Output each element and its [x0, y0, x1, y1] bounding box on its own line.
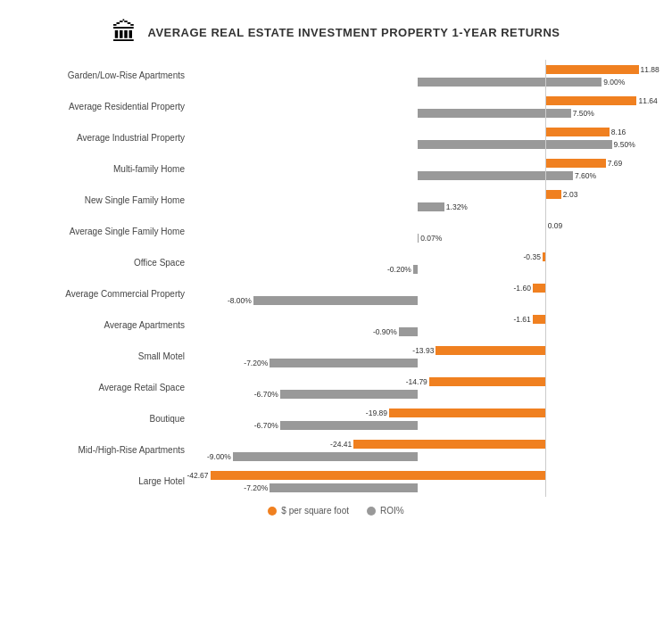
labels-column: Garden/Low-Rise ApartmentsAverage Reside…: [9, 60, 192, 497]
chart-row: 11.647.50%: [192, 91, 663, 122]
bar-gray: [233, 452, 418, 461]
bar-gray: [413, 265, 418, 274]
legend-gray-label: ROI%: [380, 506, 404, 516]
legend-gray-dot: [367, 507, 376, 516]
bar-orange-label: -1.61: [513, 315, 532, 324]
bar-gray: [418, 171, 573, 180]
bar-gray-label: 9.50%: [612, 140, 635, 149]
bar-gray: [418, 202, 444, 211]
legend-gray: ROI%: [367, 506, 404, 516]
chart-container: 🏛 AVERAGE REAL ESTATE INVESTMENT PROPERT…: [0, 0, 672, 551]
chart-header: 🏛 AVERAGE REAL ESTATE INVESTMENT PROPERT…: [9, 9, 663, 60]
chart-title: AVERAGE REAL ESTATE INVESTMENT PROPERTY …: [147, 26, 560, 39]
row-label: Boutique: [9, 403, 192, 434]
chart-body: Garden/Low-Rise ApartmentsAverage Reside…: [9, 60, 663, 497]
bar-gray: [418, 109, 571, 118]
row-label: New Single Family Home: [9, 185, 192, 216]
chart-row: -13.93-7.20%: [192, 341, 663, 372]
bar-orange: [353, 440, 545, 449]
bar-orange: [545, 65, 639, 74]
row-label: Mid-/High-Rise Apartments: [9, 434, 192, 466]
bar-orange-label: 7.69: [606, 159, 623, 168]
bar-gray-label: 7.60%: [573, 171, 596, 180]
row-label: Average Apartments: [9, 310, 192, 341]
bar-orange-label: -24.41: [330, 440, 353, 449]
row-label: Multi-family Home: [9, 153, 192, 185]
row-label: Average Commercial Property: [9, 278, 192, 310]
bar-orange-label: -1.60: [514, 284, 533, 293]
bar-gray: [280, 390, 418, 399]
chart-row: -14.79-6.70%: [192, 372, 663, 403]
bar-orange-label: 8.16: [610, 128, 626, 136]
bar-orange-label: 11.88: [639, 65, 660, 74]
chart-row: 0.090.07%: [192, 216, 663, 247]
chart-row: 7.697.60%: [192, 153, 663, 185]
bar-orange-label: -14.79: [406, 377, 429, 386]
chart-row: -24.41-9.00%: [192, 434, 663, 466]
bar-gray-label: -6.70%: [254, 390, 280, 399]
bar-gray: [270, 483, 417, 492]
bar-orange: [389, 409, 545, 417]
bar-orange-label: 11.64: [636, 96, 657, 105]
legend-orange-label: $ per square foot: [281, 506, 349, 516]
bar-orange: [545, 128, 610, 136]
bar-gray-label: 7.50%: [571, 109, 594, 118]
row-label: Large Hotel: [9, 466, 192, 497]
bar-orange-label: 0.09: [546, 221, 563, 230]
chart-row: 11.889.00%: [192, 60, 663, 91]
legend-orange: $ per square foot: [268, 506, 349, 516]
bar-gray-label: -8.00%: [228, 296, 253, 305]
bar-orange: [436, 346, 545, 355]
chart-row: 2.031.32%: [192, 185, 663, 216]
bar-gray: [418, 78, 602, 87]
bar-gray-label: 0.07%: [419, 234, 442, 243]
bars-column: 11.889.00%11.647.50%8.169.50%7.697.60%2.…: [192, 60, 663, 497]
bar-gray-label: -7.20%: [244, 483, 270, 492]
bar-gray: [399, 327, 418, 336]
bar-gray: [270, 359, 417, 367]
chart-row: -42.67-7.20%: [192, 466, 663, 497]
building-icon: 🏛: [112, 18, 137, 47]
bar-gray-label: -7.20%: [244, 359, 270, 367]
bar-gray-label: -0.20%: [387, 265, 413, 274]
bar-gray: [418, 140, 612, 149]
chart-row: -1.61-0.90%: [192, 310, 663, 341]
bar-orange: [545, 159, 606, 168]
bar-gray-label: 9.00%: [601, 78, 625, 87]
bar-orange: [545, 190, 561, 199]
row-label: Average Retail Space: [9, 372, 192, 403]
bar-gray: [280, 421, 418, 430]
bar-gray-label: 1.32%: [444, 202, 468, 211]
bar-gray: [253, 296, 418, 305]
bar-orange-label: -13.93: [412, 346, 436, 355]
bar-orange-label: -42.67: [187, 471, 210, 480]
bar-gray-label: -0.90%: [373, 327, 399, 336]
chart-row: -0.35-0.20%: [192, 247, 663, 278]
bar-orange-label: -0.35: [524, 252, 543, 261]
row-label: Average Single Family Home: [9, 216, 192, 247]
legend-orange-dot: [268, 507, 277, 516]
row-label: Small Motel: [9, 341, 192, 372]
bar-orange: [545, 96, 636, 105]
bar-orange: [533, 284, 545, 293]
row-label: Garden/Low-Rise Apartments: [9, 60, 192, 91]
row-label: Average Residential Property: [9, 91, 192, 122]
chart-legend: $ per square foot ROI%: [9, 506, 663, 516]
bar-orange: [429, 377, 545, 386]
bar-orange: [543, 252, 545, 261]
bar-orange-label: 2.03: [561, 190, 578, 199]
bar-orange: [533, 315, 545, 324]
bar-orange: [211, 471, 545, 480]
bar-gray-label: -6.70%: [254, 421, 280, 430]
bar-gray-label: -9.00%: [207, 452, 233, 461]
row-label: Average Industrial Property: [9, 122, 192, 153]
row-label: Office Space: [9, 247, 192, 278]
chart-row: -1.60-8.00%: [192, 278, 663, 310]
chart-row: 8.169.50%: [192, 122, 663, 153]
chart-row: -19.89-6.70%: [192, 403, 663, 434]
bar-orange-label: -19.89: [366, 409, 389, 417]
